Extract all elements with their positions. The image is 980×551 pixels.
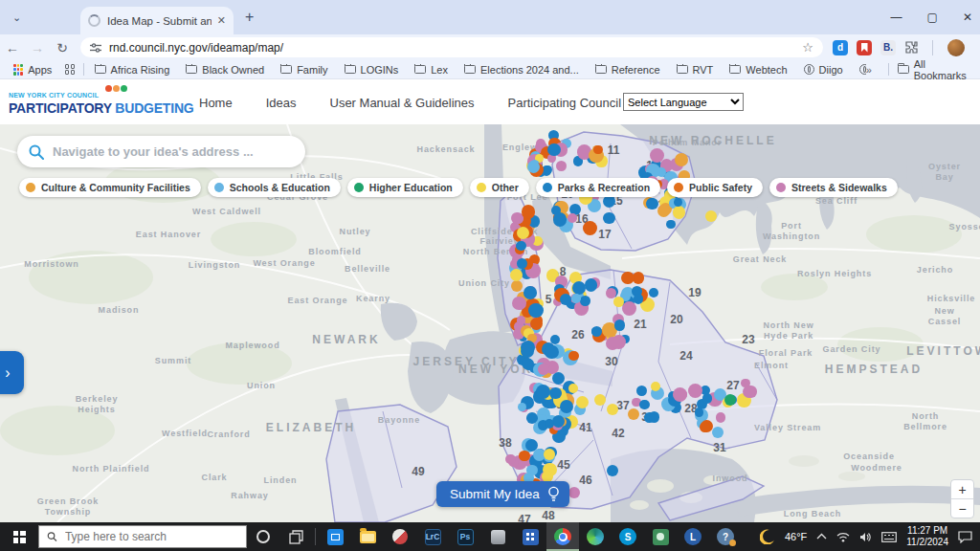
idea-dot[interactable]	[568, 487, 580, 498]
idea-dot[interactable]	[673, 387, 687, 402]
idea-dot[interactable]	[519, 451, 529, 461]
idea-dot[interactable]	[724, 394, 736, 406]
idea-dot[interactable]	[568, 384, 578, 393]
apps-grid-icon[interactable]	[13, 64, 23, 76]
submit-idea-button[interactable]: Submit My Idea	[436, 481, 569, 507]
idea-dot[interactable]	[545, 419, 554, 429]
category-chip[interactable]: Streets & Sidewalks	[769, 178, 898, 197]
idea-dot[interactable]	[536, 139, 546, 148]
idea-dot[interactable]	[594, 394, 606, 406]
file-explorer-icon[interactable]	[351, 522, 384, 551]
calculator-icon[interactable]	[514, 522, 546, 551]
idea-dot[interactable]	[511, 280, 523, 292]
idea-dot[interactable]	[517, 258, 527, 269]
idea-dot[interactable]	[613, 297, 624, 307]
browser-profile-icon[interactable]	[579, 522, 612, 551]
photos-app-icon[interactable]	[644, 522, 677, 551]
bookmark-item[interactable]: Africa Rising	[95, 64, 170, 76]
idea-dot[interactable]	[552, 415, 565, 428]
idea-dot[interactable]	[583, 221, 597, 235]
browser-tab[interactable]: Idea Map - Submit and Explore ✕	[80, 7, 234, 34]
paint3d-icon[interactable]	[384, 522, 416, 551]
idea-dot[interactable]	[702, 393, 713, 404]
volume-icon[interactable]	[859, 532, 872, 542]
address-bar[interactable]: rnd.council.nyc.gov/ideamap/map/ ☆	[80, 37, 823, 57]
photoshop-icon[interactable]: Ps	[449, 522, 481, 551]
category-chip[interactable]: Other	[470, 178, 529, 197]
idea-dot[interactable]	[512, 297, 526, 311]
taskbar-search[interactable]	[38, 525, 247, 548]
idea-dot[interactable]	[646, 198, 657, 209]
lightroom-icon[interactable]: LrC	[416, 522, 449, 551]
pinned-mail-icon[interactable]	[319, 522, 351, 551]
bookmark-star-icon[interactable]: ☆	[802, 40, 813, 55]
bookmark-item[interactable]: Diigo	[804, 64, 843, 76]
nav-item[interactable]: User Manual & Guidelines	[330, 96, 475, 110]
idea-dot[interactable]	[580, 296, 590, 306]
cortana-icon[interactable]	[247, 522, 279, 551]
extensions-puzzle-icon[interactable]	[904, 41, 918, 55]
site-logo[interactable]: NEW YORK CITY COUNCIL PARTICIPATORY BUDG…	[9, 85, 194, 115]
search-input[interactable]	[53, 144, 294, 159]
idea-dot[interactable]	[622, 301, 636, 316]
window-close-button[interactable]: ✕	[963, 11, 972, 24]
bookmark-item[interactable]: RVT	[677, 64, 714, 76]
category-chip[interactable]: Schools & Education	[208, 178, 341, 197]
bookmark-item[interactable]	[859, 64, 866, 75]
forward-button[interactable]: →	[25, 40, 50, 55]
idea-dot[interactable]	[549, 387, 562, 400]
nav-item[interactable]: Ideas	[266, 96, 297, 110]
idea-dot[interactable]	[603, 212, 614, 224]
new-tab-button[interactable]: +	[245, 9, 254, 26]
diigo-extension-icon[interactable]: d	[833, 40, 848, 55]
zoom-in-button[interactable]: +	[951, 480, 973, 499]
help-icon[interactable]: ?	[709, 522, 742, 551]
tab-groups-icon[interactable]	[65, 64, 74, 75]
idea-dot[interactable]	[585, 278, 598, 292]
idea-dot[interactable]	[568, 213, 577, 223]
bookmark-item[interactable]: Black Owned	[186, 64, 264, 76]
reload-button[interactable]: ↻	[50, 40, 75, 55]
bookmark-item[interactable]: Lex	[414, 64, 448, 76]
skype-icon[interactable]: S	[612, 522, 644, 551]
idea-dot[interactable]	[552, 372, 565, 385]
idea-dot[interactable]	[628, 408, 639, 420]
bookmark-extension-icon[interactable]	[857, 40, 872, 55]
idea-dot[interactable]	[516, 241, 525, 251]
idea-dot[interactable]	[568, 351, 578, 361]
all-bookmarks-label[interactable]: All Bookmarks	[914, 58, 967, 81]
idea-dot[interactable]	[536, 385, 550, 399]
idea-dot[interactable]	[621, 272, 634, 284]
idea-dot[interactable]	[675, 153, 688, 166]
tray-expand-icon[interactable]	[816, 533, 827, 540]
map-search[interactable]	[17, 136, 305, 167]
idea-dot[interactable]	[517, 316, 526, 325]
back-button[interactable]: ←	[0, 40, 25, 55]
idea-dot[interactable]	[505, 454, 515, 464]
apps-label[interactable]: Apps	[28, 64, 52, 76]
category-chip[interactable]: Public Safety	[667, 178, 763, 197]
bookmark-item[interactable]: Family	[280, 64, 327, 76]
touch-keyboard-icon[interactable]	[881, 532, 897, 542]
idea-dot[interactable]	[695, 408, 704, 417]
action-center-icon[interactable]	[958, 531, 972, 543]
start-button[interactable]	[0, 522, 38, 551]
idea-dot[interactable]	[607, 404, 618, 415]
idea-dot[interactable]	[530, 318, 543, 330]
tab-close-icon[interactable]: ✕	[217, 14, 226, 27]
bookmark-item[interactable]: Elections 2024 and...	[464, 64, 579, 76]
idea-dot[interactable]	[571, 294, 581, 303]
category-chip[interactable]: Parks & Recreation	[536, 178, 660, 197]
language-select[interactable]: Select Language	[623, 93, 744, 111]
idea-dot[interactable]	[593, 145, 603, 155]
taskbar-search-input[interactable]	[65, 530, 238, 543]
task-view-icon[interactable]	[279, 522, 312, 551]
idea-dot[interactable]	[650, 148, 664, 163]
idea-dot[interactable]	[538, 364, 549, 375]
taskbar-clock[interactable]: 11:27 PM 11/2/2024	[906, 525, 948, 549]
bookmark-item[interactable]: LOGINs	[345, 64, 399, 76]
box-app-icon[interactable]	[481, 522, 514, 551]
tab-search-button[interactable]: ⌄	[8, 9, 26, 27]
window-minimize-button[interactable]: —	[891, 11, 902, 24]
bookmark-item[interactable]: Webtech	[729, 64, 787, 76]
